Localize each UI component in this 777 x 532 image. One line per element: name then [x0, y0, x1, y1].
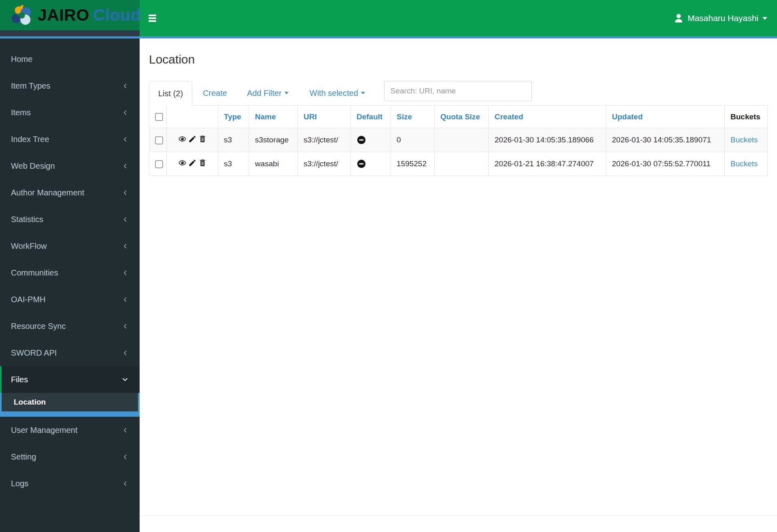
edit-icon[interactable]: [188, 159, 197, 169]
active-submenu-accent-bar: [0, 411, 140, 417]
sidebar-item-files[interactable]: Files: [0, 366, 140, 393]
sidebar-item-logs[interactable]: Logs: [0, 470, 140, 497]
chevron-left-icon: [122, 269, 129, 276]
add-filter-dropdown[interactable]: Add Filter: [247, 89, 289, 98]
buckets-link[interactable]: Buckets: [730, 159, 758, 168]
hamburger-icon: [149, 15, 156, 16]
sidebar-item-label: Items: [11, 108, 31, 117]
logo-under-strip: [0, 30, 140, 36]
table-row: s3wasabis3://jctest/15952522026-01-21 16…: [149, 152, 768, 176]
chevron-down-icon: [121, 376, 129, 383]
minus-circle-icon: [357, 159, 385, 169]
column-header-updated[interactable]: Updated: [606, 106, 725, 128]
row-select-cell: [149, 152, 167, 176]
cell-buckets: Buckets: [725, 152, 768, 176]
logo-background: JAIROCloud: [0, 0, 140, 30]
caret-down-icon: [361, 92, 365, 94]
column-header-type[interactable]: Type: [218, 106, 249, 128]
column-header-quota-size[interactable]: Quota Size: [435, 106, 489, 128]
cell-buckets: Buckets: [725, 128, 768, 152]
cell-updated: 2026-01-30 07:55:52.770011: [606, 152, 725, 176]
user-menu[interactable]: Masaharu Hayashi: [674, 13, 767, 23]
column-header-buckets: Buckets: [725, 106, 768, 128]
sidebar-item-items[interactable]: Items: [0, 99, 140, 126]
cell-size: 0: [391, 128, 435, 152]
sidebar-item-label: User Management: [11, 426, 78, 435]
jairo-bird-icon: [11, 4, 34, 27]
select-all-header-cell: [149, 106, 167, 128]
sidebar-item-sword-api[interactable]: SWORD API: [0, 339, 140, 366]
page-title: Location: [149, 53, 777, 66]
with-selected-label: With selected: [310, 89, 358, 98]
sidebar-subitem-location[interactable]: Location: [0, 393, 140, 411]
cell-uri: s3://jctest/: [298, 128, 351, 152]
logo[interactable]: JAIROCloud: [0, 0, 140, 36]
caret-down-icon: [762, 17, 767, 20]
with-selected-dropdown[interactable]: With selected: [310, 89, 365, 98]
chevron-left-icon: [122, 243, 129, 250]
row-checkbox[interactable]: [155, 136, 163, 144]
sidebar-item-index-tree[interactable]: Index Tree: [0, 126, 140, 153]
buckets-link[interactable]: Buckets: [730, 136, 758, 144]
sidebar-item-workflow[interactable]: WorkFlow: [0, 233, 140, 259]
delete-icon[interactable]: [198, 135, 207, 145]
chevron-left-icon: [122, 216, 129, 223]
sidebar-item-home[interactable]: Home: [0, 46, 140, 72]
sidebar-item-resource-sync[interactable]: Resource Sync: [0, 313, 140, 339]
chevron-left-icon: [122, 136, 129, 143]
column-header-name[interactable]: Name: [249, 106, 298, 128]
sidebar-toggle-button[interactable]: [149, 13, 157, 23]
select-all-checkbox[interactable]: [155, 113, 163, 121]
tab-list-label: List (2): [158, 89, 183, 98]
sidebar-item-item-types[interactable]: Item Types: [0, 72, 140, 99]
sidebar-item-setting[interactable]: Setting: [0, 443, 140, 470]
view-icon[interactable]: [178, 159, 187, 169]
chevron-left-icon: [122, 83, 129, 89]
sidebar-item-label: Files: [11, 375, 28, 384]
user-name: Masaharu Hayashi: [688, 13, 758, 23]
sidebar-item-label: SWORD API: [11, 348, 57, 358]
cell-uri: s3://jctest/: [298, 152, 351, 176]
column-header-uri[interactable]: URI: [298, 106, 351, 128]
sidebar-item-author-management[interactable]: Author Management: [0, 179, 140, 206]
sidebar-item-statistics[interactable]: Statistics: [0, 206, 140, 233]
cell-size: 1595252: [391, 152, 435, 176]
cell-created: 2026-01-21 16:38:47.274007: [489, 152, 606, 176]
chevron-left-icon: [122, 350, 129, 356]
create-link[interactable]: Create: [203, 89, 227, 98]
table-row: s3s3storages3://jctest/02026-01-30 14:05…: [149, 128, 768, 152]
chevron-left-icon: [122, 323, 129, 330]
column-header-created[interactable]: Created: [489, 106, 606, 128]
sidebar-item-user-management[interactable]: User Management: [0, 417, 140, 443]
locations-table: TypeNameURIDefaultSizeQuota SizeCreatedU…: [149, 105, 768, 176]
tab-list[interactable]: List (2): [149, 81, 192, 106]
sidebar-item-communities[interactable]: Communities: [0, 259, 140, 286]
sidebar-item-label: Statistics: [11, 215, 43, 224]
user-icon: [674, 13, 684, 23]
sidebar: HomeItem TypesItemsIndex TreeWeb DesignA…: [0, 38, 140, 532]
sidebar-item-label: Resource Sync: [11, 322, 66, 331]
row-actions-cell: [167, 128, 218, 152]
column-header-default[interactable]: Default: [351, 106, 391, 128]
sidebar-item-label: Communities: [11, 268, 58, 278]
delete-icon[interactable]: [198, 159, 207, 169]
create-link-label: Create: [203, 89, 227, 98]
top-navbar: Masaharu Hayashi: [140, 0, 777, 36]
sidebar-item-oai-pmh[interactable]: OAI-PMH: [0, 286, 140, 313]
cell-quota-size: [435, 128, 489, 152]
sidebar-item-label: Web Design: [11, 161, 55, 171]
column-header-size[interactable]: Size: [391, 106, 435, 128]
cell-name: wasabi: [249, 152, 298, 176]
cell-default: [351, 128, 391, 152]
cell-name: s3storage: [249, 128, 298, 152]
view-icon[interactable]: [178, 135, 187, 145]
edit-icon[interactable]: [188, 135, 197, 145]
search-input[interactable]: [384, 81, 532, 101]
sidebar-item-web-design[interactable]: Web Design: [0, 153, 140, 179]
cell-quota-size: [435, 152, 489, 176]
sidebar-item-label: Setting: [11, 452, 36, 462]
sidebar-item-label: Logs: [11, 479, 28, 488]
chevron-left-icon: [122, 480, 129, 487]
sidebar-item-label: Item Types: [11, 81, 50, 91]
row-checkbox[interactable]: [155, 160, 163, 168]
